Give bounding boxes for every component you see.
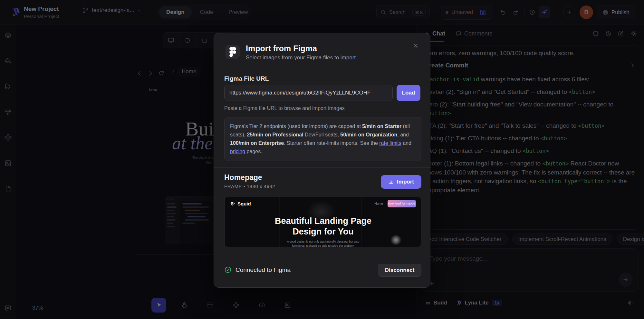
check-circle-icon bbox=[224, 266, 232, 274]
modal-subtitle: Select images from your Figma files to i… bbox=[246, 55, 356, 61]
preview-headline: Beautiful Landing Page Design for You bbox=[225, 216, 421, 237]
text-segment: 50/min on Organization bbox=[340, 132, 397, 137]
figma-url-label: Figma File URL bbox=[224, 75, 269, 82]
text-segment: and bbox=[401, 140, 411, 146]
import-button[interactable]: Import bbox=[381, 175, 421, 189]
frame-name: Homepage bbox=[224, 173, 262, 182]
text-segment: , and bbox=[397, 132, 409, 137]
text-segment: Figma's Tier 2 endpoints (used for impor… bbox=[230, 124, 362, 129]
import-from-figma-modal: Import from Figma Select images from you… bbox=[214, 33, 430, 288]
modal-title: Import from Figma bbox=[246, 44, 317, 53]
load-button[interactable]: Load bbox=[397, 85, 420, 101]
figma-icon bbox=[229, 47, 236, 57]
text-segment: 100/min on Enterprise bbox=[230, 140, 284, 146]
rate-limit-note: Figma's Tier 2 endpoints (used for impor… bbox=[224, 117, 421, 161]
download-icon bbox=[388, 179, 394, 185]
preview-brand: Squid bbox=[230, 201, 251, 206]
close-button[interactable] bbox=[411, 41, 420, 51]
preview-brand-name: Squid bbox=[237, 201, 251, 206]
text-segment: pages. bbox=[245, 149, 262, 154]
connection-status-label: Connected to Figma bbox=[235, 266, 291, 274]
inline-link[interactable]: rate limits bbox=[379, 140, 401, 146]
divider bbox=[214, 257, 431, 257]
text-segment: 25/min on Professional bbox=[247, 132, 303, 137]
preview-nav-cta: Download for macOS bbox=[388, 200, 416, 207]
close-icon bbox=[412, 43, 419, 49]
frame-preview-thumbnail[interactable]: Squid Home Download for macOS Beautiful … bbox=[224, 197, 421, 247]
preview-navbar: Squid Home Download for macOS bbox=[225, 197, 421, 210]
preview-subtext: A good design is not only aesthetically … bbox=[225, 240, 421, 247]
figma-url-input[interactable] bbox=[224, 85, 393, 101]
text-segment: . Starter often rate-limits imports. See… bbox=[284, 140, 379, 146]
figma-logo-badge bbox=[226, 45, 240, 59]
text-segment: 5/min on Starter bbox=[362, 124, 401, 129]
frame-meta: FRAME • 1440 x 4942 bbox=[224, 184, 275, 189]
app-root: New Project Personal Project feat/redesi… bbox=[0, 0, 644, 319]
text-segment: Dev/Full seats, bbox=[303, 132, 341, 137]
divider bbox=[214, 167, 431, 168]
preview-nav-home: Home bbox=[374, 202, 383, 205]
connection-status: Connected to Figma bbox=[224, 266, 291, 274]
squid-logo-icon bbox=[230, 201, 235, 206]
inline-link[interactable]: pricing bbox=[230, 149, 245, 154]
disconnect-button[interactable]: Disconnect bbox=[378, 264, 421, 277]
url-hint: Paste a Figma file URL to browse and imp… bbox=[224, 105, 345, 111]
import-label: Import bbox=[397, 179, 414, 185]
